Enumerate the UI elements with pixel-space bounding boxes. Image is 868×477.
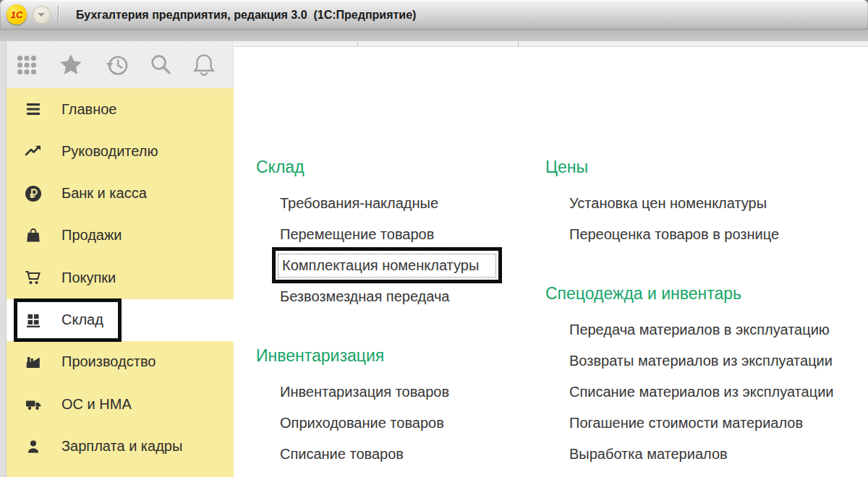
menu-item[interactable]: Возвраты материалов из эксплуатации [545,345,833,377]
1c-logo-icon[interactable]: 1С [7,4,27,25]
menu-item-annotated[interactable]: Комплектация номенклатуры [272,247,502,283]
trend-up-icon [24,142,43,160]
menu-item[interactable]: Установка цен номенклатуры [545,188,833,219]
menu-icon [24,100,43,119]
menu-section: ИнвентаризацияИнвентаризация товаровОпри… [256,345,502,470]
sidebar-item-proizvodstvo[interactable]: Производство [7,341,234,383]
sidebar-item-label: Банк и касса [61,185,147,202]
shopping-bag-icon [24,226,43,245]
titlebar-shadow-band [0,30,868,41]
sidebar-item-label: Продажи [61,227,122,244]
menu-item[interactable]: Оприходование товаров [256,408,502,439]
section-title: Цены [545,157,833,177]
menu-item[interactable]: Выработка материалов [545,439,833,470]
menu-item[interactable]: Переоценка товаров в рознице [545,219,833,250]
apps-grid-icon[interactable] [13,51,41,79]
sidebar-item-zarplata-i-kadry[interactable]: Зарплата и кадры [7,426,234,468]
top-toolbar [7,41,234,88]
star-icon[interactable] [57,51,85,79]
bell-icon[interactable] [190,51,218,79]
person-icon [24,437,43,456]
sidebar-item-label: Руководителю [61,143,158,160]
app-window: 1С Бухгалтерия предприятия, редакция 3.0… [0,0,868,477]
sidebar-item-label: Главное [61,101,116,118]
menu-item[interactable]: Списание материалов из эксплуатации [545,377,833,408]
menu-item[interactable]: Безвозмездная передача [256,281,502,312]
menu-item[interactable]: Погашение стоимости материалов [545,408,833,439]
main-content: СкладТребования-накладныеПеремещение тов… [234,41,868,477]
menu-section: ЦеныУстановка цен номенклатурыПереоценка… [545,157,833,250]
truck-icon [24,395,43,413]
section-title: Спецодежда и инвентарь [545,283,833,304]
section-sidebar: ГлавноеРуководителюБанк и кассаПродажиПо… [7,88,234,477]
sidebar-item-bank-i-kassa[interactable]: Банк и касса [7,173,234,215]
factory-icon [24,353,43,371]
menu-section: Спецодежда и инвентарьПередача материало… [545,283,833,470]
window-left-border [0,41,7,477]
sidebar-item-label: Зарплата и кадры [61,438,182,455]
menu-column-right: ЦеныУстановка цен номенклатурыПереоценка… [545,157,833,470]
menu-section: СкладТребования-накладныеПеремещение тов… [256,157,502,312]
sidebar-item-pokupki[interactable]: Покупки [7,257,234,298]
sidebar-item-label: Покупки [61,270,116,286]
ruble-icon [24,184,43,203]
search-icon[interactable] [147,51,174,79]
menu-item[interactable]: Инвентаризация товаров [256,377,502,408]
sidebar-item-glavnoe[interactable]: Главное [7,88,234,130]
sidebar-item-label: Производство [61,353,156,370]
sidebar-item-os-i-nma[interactable]: ОС и НМА [7,383,234,425]
menu-item[interactable]: Списание товаров [256,439,502,470]
tab-divider [357,41,358,46]
menu-item[interactable]: Передача материалов в эксплуатацию [545,314,833,345]
sidebar-item-label: ОС и НМА [61,396,132,413]
menu-item[interactable]: Требования-накладные [256,188,502,219]
sidebar-item-sklad[interactable]: Склад [7,299,234,341]
menu-item-label: Комплектация номенклатуры [278,254,496,278]
titlebar-separator [58,6,59,24]
menu-item[interactable]: Перемещение товаров [256,219,502,250]
main-menu-dropdown-button[interactable] [33,6,51,24]
title-bar: 1С Бухгалтерия предприятия, редакция 3.0… [0,0,868,30]
shopping-cart-icon [24,268,43,287]
tab-strip [234,41,868,47]
section-title: Инвентаризация [256,345,502,366]
tab-divider [518,41,519,46]
warehouse-icon [24,311,43,330]
history-clock-icon[interactable] [103,51,131,79]
window-title: Бухгалтерия предприятия, редакция 3.0 (1… [76,0,416,30]
sidebar-item-prodazhi[interactable]: Продажи [7,215,234,257]
sidebar-item-label: Склад [61,311,103,328]
sidebar-item-rukovoditelyu[interactable]: Руководителю [7,130,234,172]
menu-column-left: СкладТребования-накладныеПеремещение тов… [256,157,502,470]
section-title: Склад [256,157,502,177]
